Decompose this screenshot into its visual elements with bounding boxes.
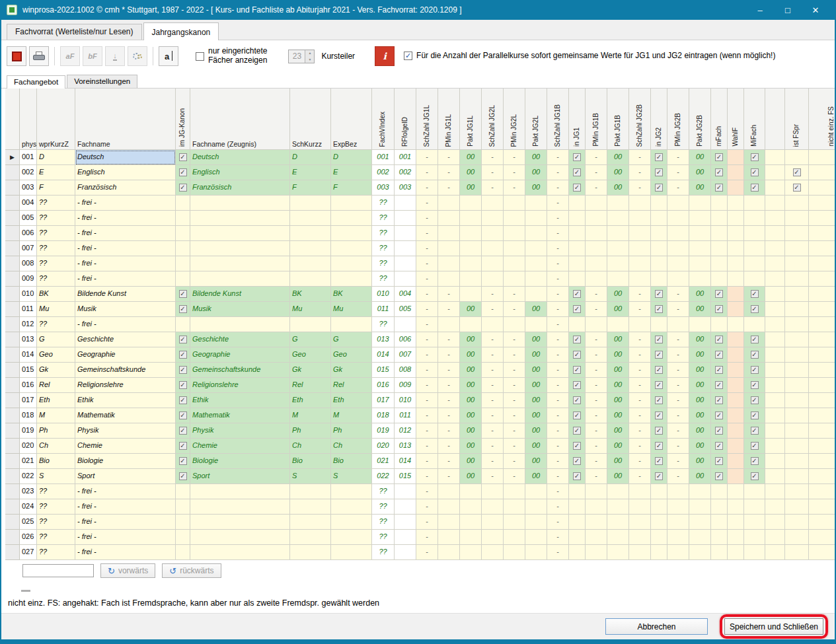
cell-paktJG2B[interactable]: 00 xyxy=(689,165,711,180)
cell-wprKurzZ[interactable]: Eth xyxy=(37,393,75,408)
cell-schZahlJG1L[interactable]: - xyxy=(416,439,438,454)
cell-schZahlJG1L[interactable]: - xyxy=(416,515,438,530)
cell-paktJG1L[interactable]: 00 xyxy=(460,454,482,469)
save-close-button[interactable]: Speichern und Schließen xyxy=(724,618,823,635)
cell-pMinJG2B[interactable] xyxy=(667,530,689,545)
cell-fachname[interactable]: - frei - xyxy=(75,241,176,256)
cell-rfFolgeID[interactable]: 009 xyxy=(395,378,416,393)
cell-expBez[interactable]: Gk xyxy=(331,363,372,378)
cell-schZahlJG2B[interactable] xyxy=(629,226,651,241)
checkbox-inJG1[interactable]: ✓ xyxy=(573,427,581,435)
filter-checkbox[interactable]: nur eingerichtete Fächer anzeigen xyxy=(196,47,267,65)
row-indicator[interactable] xyxy=(5,226,20,241)
cell-schKurzz[interactable] xyxy=(290,515,331,530)
cell-pMinJG1L[interactable]: - xyxy=(438,378,460,393)
cell-zeugnis[interactable]: Musik xyxy=(190,302,290,317)
cell-pMinJG1L[interactable] xyxy=(438,241,460,256)
cell-pMinJG2B[interactable]: - xyxy=(667,393,689,408)
cell-schZahlJG1B[interactable]: - xyxy=(547,226,569,241)
checkbox-mFach[interactable]: ✓ xyxy=(715,457,723,465)
cell-schKurzz[interactable] xyxy=(290,317,331,332)
cell-wahlF[interactable] xyxy=(728,393,744,408)
cell-schZahlJG2B[interactable] xyxy=(629,499,651,515)
cell-paktJG1L[interactable]: 00 xyxy=(460,378,482,393)
cell-pMinJG2L[interactable] xyxy=(504,515,525,530)
checkbox-inJG2[interactable]: ✓ xyxy=(655,336,663,343)
cell-paktJG1B[interactable] xyxy=(607,317,629,332)
cell-pMinJG1B[interactable]: - xyxy=(586,332,607,347)
checkbox-imJGKanon[interactable]: ✓ xyxy=(179,366,187,374)
cell-paktJG2L[interactable]: 00 xyxy=(525,180,547,196)
cell-paktJG2L[interactable] xyxy=(525,241,547,256)
checkbox-mFach[interactable]: ✓ xyxy=(715,168,723,176)
cell-zeugnis[interactable]: Gemeinschaftskunde xyxy=(190,363,290,378)
cell-schKurzz[interactable]: Ch xyxy=(290,439,331,454)
cell-fachname[interactable]: Geographie xyxy=(75,347,176,363)
column-header-istFSpr[interactable]: ist FSpr xyxy=(785,89,809,150)
cell-wahlF[interactable] xyxy=(728,484,744,499)
spin-up-button[interactable]: ▲ xyxy=(305,50,314,57)
cell-schZahlJG2L[interactable]: - xyxy=(482,469,504,484)
cell-rfFolgeID[interactable]: 015 xyxy=(395,469,416,484)
cell-paktJG2B[interactable] xyxy=(689,241,711,256)
cell-fachname[interactable]: Bildende Kunst xyxy=(75,287,176,302)
column-header-fachname[interactable]: Fachname xyxy=(75,89,176,150)
cell-paktJG2L[interactable] xyxy=(525,196,547,211)
checkbox-istFSpr[interactable]: ✓ xyxy=(793,184,801,192)
cell-zeugnis[interactable] xyxy=(190,317,290,332)
cell-pMinJG2L[interactable]: - xyxy=(504,363,525,378)
cell-paktJG1B[interactable]: 00 xyxy=(607,363,629,378)
cell-pMinJG2L[interactable]: - xyxy=(504,180,525,196)
cell-schZahlJG1L[interactable]: - xyxy=(416,180,438,196)
cell-schZahlJG2B[interactable]: - xyxy=(629,347,651,363)
cell-physID[interactable]: 015 xyxy=(20,363,37,378)
cell-physID[interactable]: 004 xyxy=(20,196,37,211)
cell-expBez[interactable]: BK xyxy=(331,287,372,302)
cell-paktJG1L[interactable] xyxy=(460,241,482,256)
cell-pMinJG2B[interactable] xyxy=(667,499,689,515)
cell-fachVIndex[interactable]: ?? xyxy=(372,226,395,241)
column-header-pMinJG1B[interactable]: PMin JG1B xyxy=(586,89,607,150)
cell-paktJG1B[interactable] xyxy=(607,499,629,515)
parallel-checkbox[interactable]: ✓ Für die Anzahl der Parallelkurse sofor… xyxy=(404,52,775,61)
cell-expBez[interactable] xyxy=(331,196,372,211)
cell-pMinJG1L[interactable] xyxy=(438,256,460,271)
cell-fachname[interactable]: Sport xyxy=(75,469,176,484)
cell-schZahlJG2B[interactable] xyxy=(629,211,651,226)
cell-paktJG2B[interactable]: 00 xyxy=(689,150,711,165)
checkbox-miFach[interactable]: ✓ xyxy=(751,381,759,389)
cell-schZahlJG1L[interactable]: - xyxy=(416,545,438,560)
cell-paktJG2L[interactable]: 00 xyxy=(525,302,547,317)
cell-pMinJG1B[interactable] xyxy=(586,545,607,560)
cell-rfFolgeID[interactable] xyxy=(395,241,416,256)
cell-zeugnis[interactable] xyxy=(190,271,290,287)
cell-physID[interactable]: 003 xyxy=(20,180,37,196)
tab-fachvorrat[interactable]: Fachvorrat (Werteliste/nur Lesen) xyxy=(7,24,142,40)
cell-pMinJG1L[interactable] xyxy=(438,545,460,560)
cell-fachname[interactable]: Chemie xyxy=(75,439,176,454)
cell-schZahlJG1B[interactable]: - xyxy=(547,347,569,363)
cell-physID[interactable]: 016 xyxy=(20,378,37,393)
cell-expBez[interactable]: S xyxy=(331,469,372,484)
cell-spacer[interactable] xyxy=(765,332,785,347)
cell-fachVIndex[interactable]: ?? xyxy=(372,515,395,530)
cell-zeugnis[interactable] xyxy=(190,499,290,515)
column-header-expBez[interactable]: ExpBez xyxy=(331,89,372,150)
row-indicator[interactable] xyxy=(5,439,20,454)
cell-pMinJG1B[interactable]: - xyxy=(586,180,607,196)
cell-wprKurzZ[interactable]: ?? xyxy=(37,271,75,287)
checkbox-imJGKanon[interactable]: ✓ xyxy=(179,442,187,450)
cell-pMinJG2L[interactable]: - xyxy=(504,165,525,180)
cell-fachVIndex[interactable]: ?? xyxy=(372,271,395,287)
cell-paktJG1L[interactable]: 00 xyxy=(460,150,482,165)
cell-pMinJG2B[interactable] xyxy=(667,271,689,287)
cell-pMinJG2B[interactable] xyxy=(667,484,689,499)
row-indicator[interactable]: ▶ xyxy=(5,150,20,165)
checkbox-imJGKanon[interactable]: ✓ xyxy=(179,472,187,480)
cell-schKurzz[interactable]: E xyxy=(290,165,331,180)
cell-wahlF[interactable] xyxy=(728,545,744,560)
cell-schKurzz[interactable] xyxy=(290,211,331,226)
maximize-button[interactable]: □ xyxy=(774,0,802,20)
cell-wahlF[interactable] xyxy=(728,454,744,469)
column-header-wprKurzZ[interactable]: wprKurzZ xyxy=(37,89,75,150)
